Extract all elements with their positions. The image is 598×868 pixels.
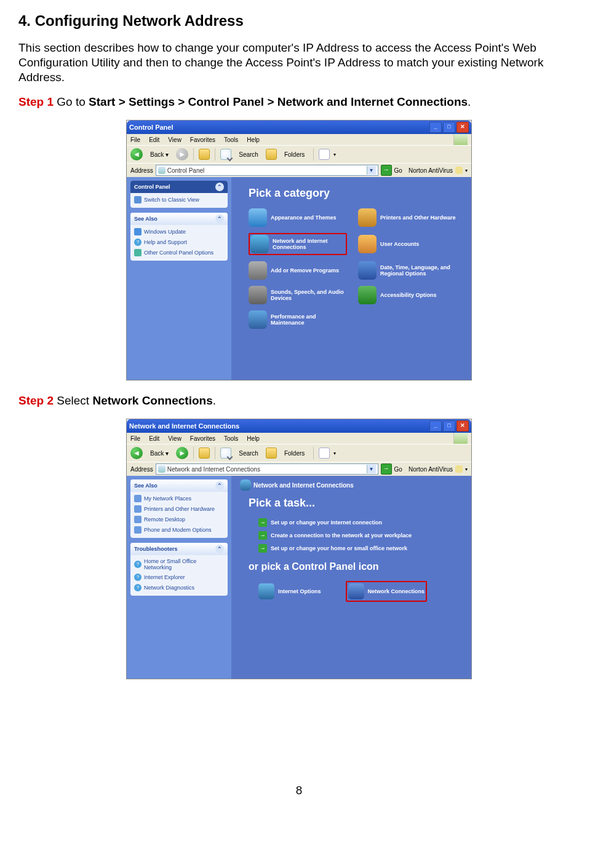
throbber-icon [453, 134, 468, 145]
address-input[interactable]: Network and Internet Connections ▾ [156, 464, 378, 475]
address-bar: Address Control Panel ▾ → Go Norton Anti… [127, 163, 471, 177]
see-also-link[interactable]: Phone and Modem Options [133, 526, 225, 534]
net-icon [240, 479, 251, 491]
forward-button[interactable]: ► [176, 447, 188, 459]
see-also-link[interactable]: ?Help and Support [133, 238, 225, 247]
see-also-link[interactable]: Windows Update [133, 227, 225, 236]
menu-tools[interactable]: Tools [224, 435, 238, 442]
cp-icon-item[interactable]: Network Connections [346, 581, 428, 602]
category-item[interactable]: Network and Internet Connections [249, 233, 347, 255]
norton-label[interactable]: Norton AntiVirus [409, 466, 453, 473]
back-button[interactable]: Back ▾ [146, 447, 172, 459]
category-label: Appearance and Themes [271, 215, 337, 221]
menu-favorites[interactable]: Favorites [190, 435, 215, 442]
close-button[interactable]: ✕ [456, 420, 469, 432]
search-icon[interactable] [220, 448, 231, 459]
collapse-icon[interactable]: ⌃ [215, 183, 224, 191]
troubleshooter-link[interactable]: ?Internet Explorer [133, 573, 225, 582]
category-icon [249, 286, 267, 304]
screenshot-control-panel: Control Panel _ □ ✕ File Edit View Favor… [126, 120, 472, 381]
menu-help[interactable]: Help [247, 136, 260, 143]
collapse-icon[interactable]: ⌃ [215, 215, 224, 223]
category-item[interactable]: Appearance and Themes [249, 208, 347, 227]
address-dropdown[interactable]: ▾ [367, 465, 376, 473]
category-item[interactable]: Date, Time, Language, and Regional Optio… [358, 261, 456, 280]
folders-icon[interactable] [266, 149, 277, 160]
cp-icon-item[interactable]: Internet Options [258, 581, 321, 602]
category-item[interactable]: Accessibility Options [358, 286, 456, 304]
troubleshooter-link[interactable]: ?Home or Small Office Networking [133, 558, 225, 571]
menu-view[interactable]: View [168, 136, 181, 143]
category-label: Performance and Maintenance [271, 314, 347, 326]
views-icon[interactable] [319, 448, 330, 459]
search-button[interactable]: Search [235, 447, 262, 459]
menu-tools[interactable]: Tools [224, 136, 238, 143]
menu-view[interactable]: View [168, 435, 181, 442]
menu-edit[interactable]: Edit [149, 136, 159, 143]
folders-button[interactable]: Folders [281, 148, 308, 160]
menu-favorites[interactable]: Favorites [190, 136, 215, 143]
search-button[interactable]: Search [235, 148, 262, 160]
maximize-button[interactable]: □ [443, 420, 455, 432]
minimize-button[interactable]: _ [429, 420, 442, 432]
troubleshooter-link[interactable]: ?Network Diagnostics [133, 583, 225, 592]
task-item[interactable]: →Create a connection to the network at y… [258, 531, 463, 540]
norton-label[interactable]: Norton AntiVirus [409, 167, 453, 174]
task-item[interactable]: →Set up or change your Internet connecti… [258, 518, 463, 527]
panel-see-also: See Also⌃ Windows Update ?Help and Suppo… [130, 213, 228, 261]
maximize-button[interactable]: □ [443, 122, 455, 133]
back-button-icon[interactable]: ◄ [130, 447, 143, 459]
see-also-link[interactable]: Remote Desktop [133, 515, 225, 524]
folders-button[interactable]: Folders [281, 447, 308, 459]
category-item[interactable]: Printers and Other Hardware [358, 208, 456, 227]
menu-help[interactable]: Help [247, 435, 260, 442]
views-dd[interactable]: ▾ [333, 152, 336, 157]
category-item[interactable]: Performance and Maintenance [249, 310, 347, 329]
go-button[interactable]: → [381, 165, 392, 176]
minimize-button[interactable]: _ [429, 122, 442, 133]
category-item[interactable]: Sounds, Speech, and Audio Devices [249, 286, 347, 304]
collapse-icon[interactable]: ⌃ [215, 545, 224, 553]
category-icon [249, 261, 267, 280]
address-value: Control Panel [167, 167, 205, 174]
folders-icon[interactable] [266, 448, 277, 459]
back-button-icon[interactable]: ◄ [130, 148, 143, 160]
up-icon[interactable] [199, 448, 210, 459]
norton-icon[interactable] [455, 465, 463, 473]
titlebar[interactable]: Control Panel _ □ ✕ [127, 120, 471, 134]
norton-dd[interactable]: ▾ [465, 467, 468, 472]
category-icon [249, 310, 267, 329]
search-icon[interactable] [220, 149, 231, 160]
category-item[interactable]: User Accounts [358, 233, 456, 255]
norton-dd[interactable]: ▾ [465, 168, 468, 173]
address-dropdown[interactable]: ▾ [367, 166, 376, 175]
menu-file[interactable]: File [130, 435, 140, 442]
views-dd[interactable]: ▾ [333, 451, 336, 456]
norton-icon[interactable] [455, 167, 463, 174]
forward-button[interactable]: ► [176, 148, 188, 160]
address-input[interactable]: Control Panel ▾ [156, 165, 378, 176]
screenshot-network-connections: Network and Internet Connections _ □ ✕ F… [126, 419, 472, 679]
titlebar[interactable]: Network and Internet Connections _ □ ✕ [127, 419, 471, 433]
back-button[interactable]: Back ▾ [146, 148, 172, 160]
cp-icon [348, 583, 364, 599]
go-button[interactable]: → [381, 464, 392, 475]
see-also-link[interactable]: Printers and Other Hardware [133, 505, 225, 513]
switch-icon [134, 196, 142, 203]
see-also-link[interactable]: My Network Places [133, 494, 225, 503]
switch-classic-link[interactable]: Switch to Classic View [133, 195, 225, 204]
views-icon[interactable] [319, 149, 330, 160]
see-also-link[interactable]: Other Control Panel Options [133, 248, 225, 257]
link-icon [134, 526, 142, 534]
collapse-icon[interactable]: ⌃ [215, 481, 224, 490]
task-item[interactable]: →Set up or change your home or small off… [258, 544, 463, 553]
up-icon[interactable] [199, 149, 210, 160]
step-2-bold: Network Connections [92, 394, 212, 407]
category-label: Network and Internet Connections [273, 238, 345, 250]
toolbar-divider [313, 148, 314, 160]
close-button[interactable]: ✕ [456, 122, 469, 133]
category-item[interactable]: Add or Remove Programs [249, 261, 347, 280]
help-icon: ? [134, 584, 142, 591]
menu-file[interactable]: File [130, 136, 140, 143]
menu-edit[interactable]: Edit [149, 435, 159, 442]
